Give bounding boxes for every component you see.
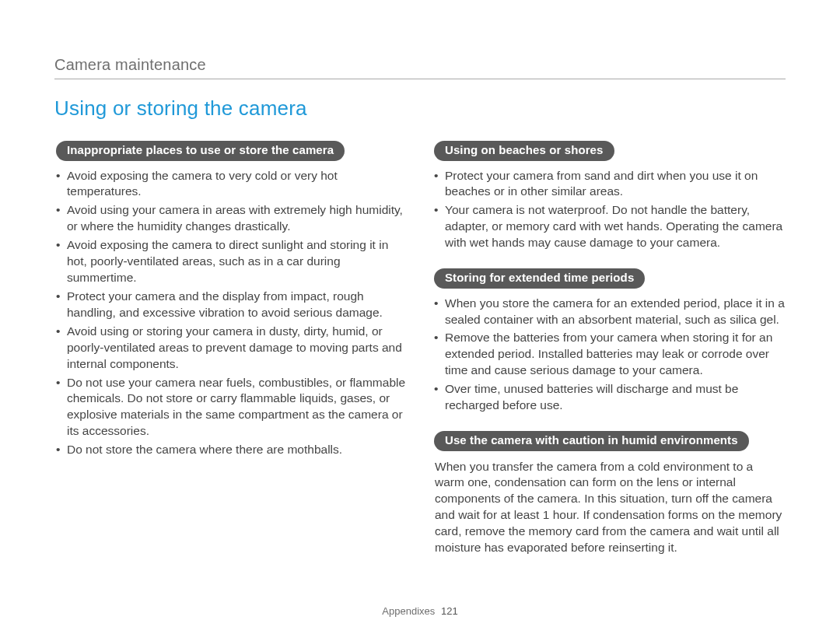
- section-heading-beaches: Using on beaches or shores: [434, 141, 614, 161]
- list-item: Protect your camera from sand and dirt w…: [434, 168, 786, 201]
- list-item: Your camera is not waterproof. Do not ha…: [434, 202, 786, 251]
- bullet-list: Protect your camera from sand and dirt w…: [434, 168, 786, 252]
- section-paragraph: When you transfer the camera from a cold…: [435, 459, 783, 557]
- section-heading-humid: Use the camera with caution in humid env…: [434, 431, 749, 451]
- list-item: Do not use your camera near fuels, combu…: [56, 375, 408, 440]
- list-item: Avoid exposing the camera to very cold o…: [56, 168, 408, 201]
- list-item: Over time, unused batteries will dischar…: [434, 381, 786, 414]
- list-item: Avoid using or storing your camera in du…: [56, 324, 408, 373]
- left-column: Inappropriate places to use or store the…: [54, 141, 408, 556]
- page-footer: Appendixes 121: [0, 605, 840, 617]
- chapter-title: Camera maintenance: [54, 56, 786, 74]
- section-heading-storing: Storing for extended time periods: [434, 268, 645, 289]
- list-item: Remove the batteries from your camera wh…: [434, 330, 786, 379]
- footer-page-number: 121: [441, 605, 458, 617]
- list-item: Protect your camera and the display from…: [56, 289, 408, 321]
- page-title: Using or storing the camera: [54, 96, 786, 121]
- page: Camera maintenance Using or storing the …: [0, 0, 840, 634]
- footer-label: Appendixes: [382, 605, 435, 617]
- list-item: Do not store the camera where there are …: [56, 442, 408, 458]
- right-column: Using on beaches or shores Protect your …: [432, 141, 786, 556]
- bullet-list: When you store the camera for an extende…: [434, 296, 786, 414]
- list-item: When you store the camera for an extende…: [434, 296, 786, 328]
- bullet-list: Avoid exposing the camera to very cold o…: [56, 168, 408, 459]
- horizontal-rule: [54, 79, 786, 79]
- list-item: Avoid exposing the camera to direct sunl…: [56, 237, 408, 286]
- section-heading-inappropriate: Inappropriate places to use or store the…: [56, 141, 345, 161]
- list-item: Avoid using your camera in areas with ex…: [56, 202, 408, 235]
